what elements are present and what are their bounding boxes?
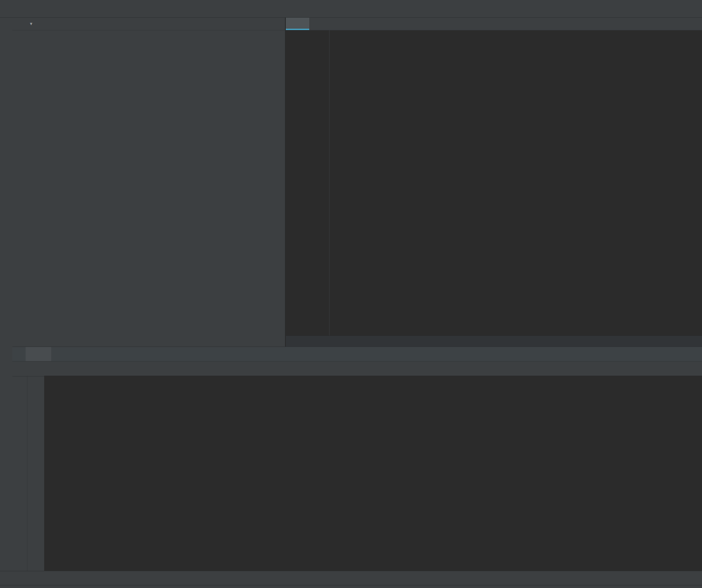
debug-tool-window (12, 347, 702, 571)
gutter-divider (329, 30, 330, 335)
project-tree[interactable] (12, 31, 285, 347)
project-tool-window: ▼ (12, 18, 285, 347)
status-bar (0, 585, 702, 588)
chevron-down-icon: ▼ (29, 22, 33, 26)
debug-session-tab[interactable] (26, 347, 51, 361)
bottom-tool-window-bar (0, 571, 702, 585)
project-panel-header: ▼ (12, 18, 285, 30)
editor (286, 18, 702, 347)
code-area[interactable] (286, 30, 702, 335)
editor-tab[interactable] (286, 18, 309, 30)
tool-window-switcher-icon[interactable] (3, 562, 8, 568)
project-view-icon (17, 20, 24, 27)
springboot-run-icon (31, 351, 38, 358)
editor-breadcrumb[interactable] (286, 335, 702, 347)
debug-toolbar (12, 361, 702, 377)
console-side-toolbar (27, 376, 44, 571)
debug-header (12, 347, 702, 361)
editor-tab-bar (286, 18, 702, 30)
breadcrumb-bar (0, 0, 702, 18)
console-output[interactable] (44, 376, 702, 571)
springboot-class-icon (290, 20, 297, 27)
debug-side-toolbar (12, 376, 27, 571)
left-tool-strip (0, 18, 13, 571)
